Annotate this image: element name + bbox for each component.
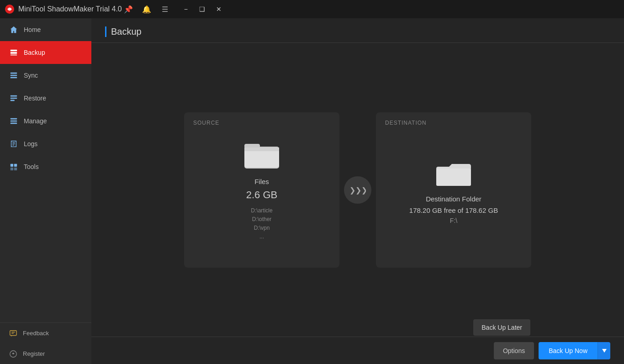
svg-rect-3 xyxy=(11,55,17,56)
backup-icon xyxy=(9,48,18,57)
restore-button[interactable]: ❑ xyxy=(195,3,210,16)
close-button[interactable]: ✕ xyxy=(212,3,226,16)
restore-icon xyxy=(9,94,18,103)
content-area: Backup SOURCE Files 2.6 GB D: xyxy=(91,18,624,364)
sidebar-item-register[interactable]: Register xyxy=(0,343,91,364)
sidebar-label-manage: Manage xyxy=(24,117,47,125)
destination-free: 178.20 GB free of 178.62 GB xyxy=(409,206,498,214)
svg-rect-20 xyxy=(10,330,16,335)
svg-rect-5 xyxy=(11,75,17,76)
sidebar-label-home: Home xyxy=(24,26,41,33)
options-button[interactable]: Options xyxy=(494,342,534,359)
svg-rect-17 xyxy=(14,164,17,167)
window-controls: − ❑ ✕ xyxy=(179,3,226,16)
source-label: SOURCE xyxy=(193,120,219,126)
feedback-icon xyxy=(9,329,17,338)
source-card[interactable]: SOURCE Files 2.6 GB D:\article D:\other … xyxy=(184,112,339,268)
svg-rect-7 xyxy=(11,95,17,97)
sidebar-bottom: Feedback Register xyxy=(0,322,91,364)
sidebar-item-sync[interactable]: Sync xyxy=(0,64,91,87)
svg-rect-11 xyxy=(11,121,17,122)
source-paths: D:\article D:\other D:\vpn ... xyxy=(251,206,272,242)
manage-icon xyxy=(9,116,18,126)
home-icon xyxy=(9,25,18,34)
sidebar-item-logs[interactable]: Logs xyxy=(0,132,91,155)
sidebar-item-manage[interactable]: Manage xyxy=(0,110,91,132)
destination-name: Destination Folder xyxy=(426,195,481,203)
svg-rect-30 xyxy=(436,169,471,186)
app-logo xyxy=(5,4,15,14)
pin-icon[interactable]: 📌 xyxy=(122,3,135,16)
sidebar-label-sync: Sync xyxy=(24,72,38,79)
tools-icon xyxy=(9,162,18,171)
sidebar-item-backup[interactable]: Backup xyxy=(0,41,91,64)
logs-icon xyxy=(9,139,18,148)
sidebar-item-restore[interactable]: Restore xyxy=(0,87,91,110)
sidebar-label-tools: Tools xyxy=(24,163,39,170)
svg-rect-12 xyxy=(11,123,17,124)
titlebar-icon-group: 📌 🔔 ☰ xyxy=(122,3,171,16)
svg-rect-10 xyxy=(11,118,17,120)
page-title: Backup xyxy=(105,26,610,37)
sidebar-label-backup: Backup xyxy=(24,49,45,56)
destination-card[interactable]: DESTINATION Destination Folder 178.20 GB… xyxy=(376,112,531,268)
source-folder-icon xyxy=(243,138,280,170)
sidebar-label-restore: Restore xyxy=(24,95,46,102)
titlebar: MiniTool ShadowMaker Trial 4.0 📌 🔔 ☰ − ❑… xyxy=(0,0,624,18)
sidebar-label-register: Register xyxy=(23,350,45,357)
minimize-button[interactable]: − xyxy=(179,3,193,16)
main-layout: Home Backup Sync xyxy=(0,18,624,364)
svg-marker-31 xyxy=(602,349,607,353)
svg-rect-16 xyxy=(11,164,13,167)
app-title: MiniTool ShadowMaker Trial 4.0 xyxy=(18,5,122,13)
svg-rect-9 xyxy=(11,100,15,101)
svg-rect-27 xyxy=(244,148,279,151)
destination-folder-icon xyxy=(435,156,472,188)
source-name: Files xyxy=(254,178,269,185)
svg-rect-18 xyxy=(11,168,13,170)
sidebar-item-home[interactable]: Home xyxy=(0,18,91,41)
sidebar-label-logs: Logs xyxy=(24,140,37,148)
svg-rect-19 xyxy=(14,168,17,170)
transfer-arrow-button[interactable]: ❯❯❯ xyxy=(344,176,371,204)
page-header: Backup xyxy=(91,18,624,43)
svg-rect-2 xyxy=(11,52,17,54)
sidebar-item-tools[interactable]: Tools xyxy=(0,155,91,178)
sync-icon xyxy=(9,71,18,80)
backup-now-group: Back Up Now xyxy=(539,342,610,359)
svg-rect-4 xyxy=(11,73,17,74)
sidebar-item-feedback[interactable]: Feedback xyxy=(0,323,91,343)
register-icon xyxy=(9,350,17,358)
bottom-bar: Back Up Later Options Back Up Now xyxy=(91,337,624,364)
svg-rect-6 xyxy=(11,77,17,79)
source-size: 2.6 GB xyxy=(246,189,277,201)
sidebar: Home Backup Sync xyxy=(0,18,91,364)
svg-rect-1 xyxy=(11,50,17,52)
destination-path: F:\ xyxy=(450,217,457,224)
sidebar-label-feedback: Feedback xyxy=(23,330,49,337)
destination-label: DESTINATION xyxy=(385,120,427,126)
backup-area: SOURCE Files 2.6 GB D:\article D:\other … xyxy=(91,43,624,337)
backup-now-button[interactable]: Back Up Now xyxy=(539,342,598,359)
menu-icon[interactable]: ☰ xyxy=(159,3,171,16)
backup-later-popup[interactable]: Back Up Later xyxy=(473,319,530,336)
bell-icon[interactable]: 🔔 xyxy=(140,3,153,16)
svg-text:❯❯❯: ❯❯❯ xyxy=(349,186,366,195)
backup-now-dropdown-button[interactable] xyxy=(598,342,610,359)
svg-rect-8 xyxy=(11,98,17,99)
